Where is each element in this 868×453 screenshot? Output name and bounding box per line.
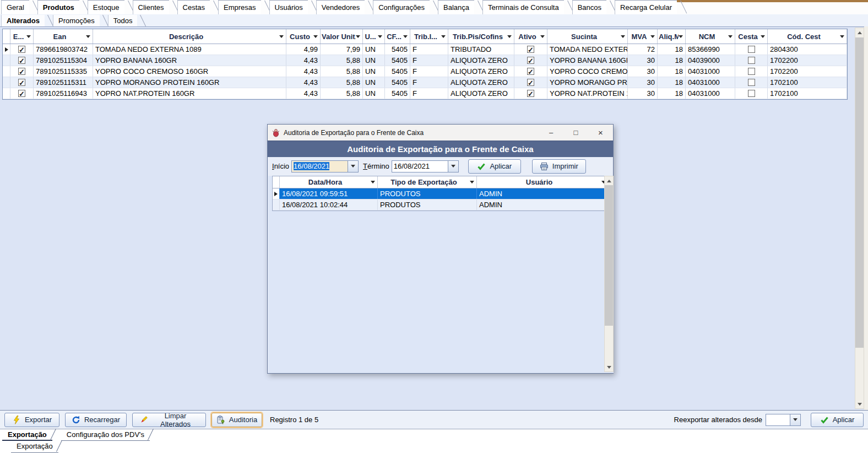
table-cell[interactable]: 04031000 <box>686 88 735 99</box>
table-cell[interactable]: 2804300 <box>768 44 847 55</box>
checkbox[interactable] <box>748 68 755 75</box>
table-cell[interactable]: 18 <box>658 77 686 88</box>
table-cell[interactable]: 1702200 <box>768 66 847 77</box>
checkbox[interactable] <box>748 46 755 53</box>
table-cell[interactable]: F <box>410 77 448 88</box>
tab-empresas[interactable]: Empresas <box>218 0 261 14</box>
table-cell[interactable]: 4,99 <box>286 44 321 55</box>
column-header-trib-i[interactable]: Trib.I... <box>410 29 448 44</box>
table-cell[interactable]: 30 <box>628 88 658 99</box>
table-cell[interactable]: 5,88 <box>321 66 363 77</box>
main-scrollbar-thumb[interactable] <box>855 37 864 348</box>
filter-arrow-icon[interactable] <box>540 35 545 38</box>
table-cell[interactable]: 30 <box>628 55 658 66</box>
table-cell[interactable]: 04039000 <box>686 55 735 66</box>
table-cell[interactable]: UN <box>363 77 385 88</box>
checkbox-cell[interactable] <box>10 44 34 55</box>
filter-arrow-icon[interactable] <box>403 35 408 38</box>
table-cell[interactable]: 7896619803742 <box>34 44 93 55</box>
checkbox-cell[interactable] <box>10 66 34 77</box>
table-cell[interactable]: F <box>410 55 448 66</box>
column-header-trib-pis-cofins[interactable]: Trib.Pis/Cofins <box>448 29 514 44</box>
table-cell[interactable]: 7891025115335 <box>34 66 93 77</box>
tab-terminais-de-consulta[interactable]: Terminais de Consulta <box>482 0 564 14</box>
reexportar-combo[interactable] <box>766 414 801 426</box>
checkbox[interactable] <box>748 57 755 64</box>
filter-arrow-icon[interactable] <box>86 35 90 38</box>
table-cell[interactable]: 18 <box>658 66 686 77</box>
dialog-scrollbar[interactable] <box>604 176 614 372</box>
table-cell[interactable]: PRODUTOS <box>378 188 477 199</box>
filter-arrow-icon[interactable] <box>356 35 360 38</box>
tab-configuracoes[interactable]: Configurações <box>373 0 430 14</box>
table-row[interactable]: 7891025115335YOPRO COCO CREMOSO 160GR4,4… <box>3 66 847 77</box>
table-cell[interactable]: F <box>410 88 448 99</box>
column-header-aliq-m[interactable]: Aliq.M... <box>658 29 686 44</box>
table-cell[interactable]: ALIQUOTA ZERO <box>448 66 514 77</box>
exportar-button[interactable]: Exportar <box>4 413 59 427</box>
table-cell[interactable]: YOPRO MORANGO PROTEIN 160GR <box>93 77 286 88</box>
column-header-ean[interactable]: Ean <box>34 29 93 44</box>
table-cell[interactable]: UN <box>363 55 385 66</box>
checkbox[interactable] <box>527 68 534 75</box>
scroll-down-icon[interactable] <box>605 363 613 371</box>
inicio-date-combo[interactable]: 16/08/2021 <box>291 160 359 172</box>
tab-cestas[interactable]: Cestas <box>177 0 210 14</box>
tab-balanca[interactable]: Balança <box>438 0 474 14</box>
main-scrollbar[interactable] <box>855 28 864 409</box>
table-row[interactable]: 7891025116943YOPRO NAT.PROTEIN 160GR4,43… <box>3 88 847 99</box>
table-cell[interactable]: YOPRO COCO CREMOSO 160GR <box>547 66 628 77</box>
filter-arrow-icon[interactable] <box>761 35 765 38</box>
checkbox[interactable] <box>748 90 755 97</box>
checkbox-cell[interactable] <box>735 66 768 77</box>
column-header-u[interactable]: U... <box>363 29 385 44</box>
checkbox[interactable] <box>18 46 25 53</box>
table-cell[interactable]: TRIBUTADO <box>448 44 514 55</box>
table-row[interactable]: 16/08/2021 09:59:51PRODUTOSADMIN <box>273 188 609 199</box>
table-cell[interactable]: 18 <box>658 55 686 66</box>
table-cell[interactable]: 5405 <box>385 88 410 99</box>
dialog-scrollbar-thumb[interactable] <box>605 185 613 326</box>
table-cell[interactable]: 1702200 <box>768 55 847 66</box>
tab-geral[interactable]: Geral <box>1 0 29 14</box>
tab-clientes[interactable]: Clientes <box>133 0 169 14</box>
dialog-imprimir-button[interactable]: Imprimir <box>532 159 586 174</box>
table-row[interactable]: 16/08/2021 10:02:44PRODUTOSADMIN <box>273 199 609 211</box>
table-cell[interactable]: 30 <box>628 77 658 88</box>
tab-vendedores[interactable]: Vendedores <box>316 0 365 14</box>
checkbox-cell[interactable] <box>10 88 34 99</box>
table-cell[interactable]: 1702100 <box>768 88 847 99</box>
table-cell[interactable]: 5405 <box>385 44 410 55</box>
subtab-todos[interactable]: Todos <box>108 15 138 26</box>
table-cell[interactable]: 5405 <box>385 55 410 66</box>
table-cell[interactable]: 7891025115304 <box>34 55 93 66</box>
toolbar-aplicar-button[interactable]: Aplicar <box>811 413 864 427</box>
table-cell[interactable]: F <box>410 44 448 55</box>
checkbox-cell[interactable] <box>735 55 768 66</box>
table-cell[interactable]: 1702100 <box>768 77 847 88</box>
bottom-tab-exportacao[interactable]: Exportação <box>2 429 52 441</box>
column-header-sucinta[interactable]: Sucinta <box>547 29 628 44</box>
table-cell[interactable]: 4,43 <box>286 66 321 77</box>
tab-bancos[interactable]: Bancos <box>572 0 606 14</box>
table-cell[interactable]: 16/08/2021 10:02:44 <box>280 199 378 210</box>
checkbox[interactable] <box>527 46 534 53</box>
table-cell[interactable]: 04031000 <box>686 66 735 77</box>
table-cell[interactable]: 4,43 <box>286 55 321 66</box>
table-cell[interactable]: 30 <box>628 66 658 77</box>
column-header-valor-unit[interactable]: Valor Unit. <box>321 29 363 44</box>
filter-arrow-icon[interactable] <box>441 35 446 38</box>
checkbox-cell[interactable] <box>735 44 768 55</box>
table-cell[interactable]: 7,99 <box>321 44 363 55</box>
chevron-down-icon[interactable] <box>448 161 458 172</box>
table-cell[interactable]: 4,43 <box>286 88 321 99</box>
checkbox-cell[interactable] <box>514 66 547 77</box>
table-cell[interactable]: 18 <box>658 44 686 55</box>
table-cell[interactable]: 85366990 <box>686 44 735 55</box>
filter-arrow-icon[interactable] <box>378 35 382 38</box>
filter-arrow-icon[interactable] <box>279 35 284 38</box>
checkbox[interactable] <box>18 68 25 75</box>
column-header-ncm[interactable]: NCM <box>686 29 735 44</box>
scroll-up-icon[interactable] <box>605 176 613 185</box>
checkbox[interactable] <box>18 90 25 97</box>
